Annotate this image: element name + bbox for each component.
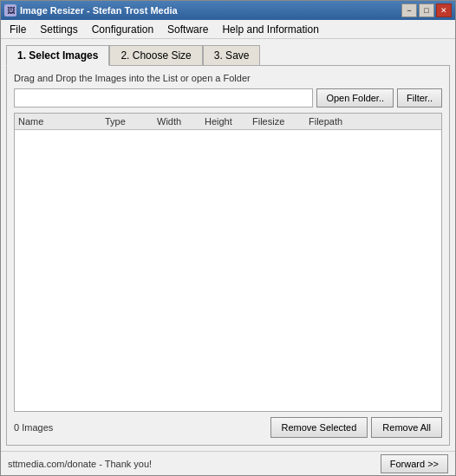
- bottom-bar: 0 Images Remove Selected Remove All: [14, 417, 442, 438]
- status-text: sttmedia.com/donate - Thank you!: [8, 459, 152, 469]
- col-header-height: Height: [205, 116, 252, 127]
- open-folder-button[interactable]: Open Folder..: [316, 88, 394, 108]
- title-bar: 🖼 Image Resizer - Stefan Trost Media − □…: [1, 1, 455, 20]
- status-bar: sttmedia.com/donate - Thank you! Forward…: [1, 451, 455, 475]
- forward-button[interactable]: Forward >>: [381, 454, 448, 473]
- menu-file[interactable]: File: [3, 21, 33, 38]
- window-title: Image Resizer - Stefan Trost Media: [20, 5, 178, 16]
- tab-save[interactable]: 3. Save: [203, 45, 261, 66]
- tab-panel: Drag and Drop the Images into the List o…: [6, 65, 450, 446]
- col-header-filepath: Filepath: [309, 116, 438, 127]
- tab-choose-size[interactable]: 2. Choose Size: [109, 45, 202, 66]
- minimize-button[interactable]: −: [401, 3, 417, 17]
- title-bar-left: 🖼 Image Resizer - Stefan Trost Media: [4, 4, 178, 16]
- search-input[interactable]: [14, 88, 313, 108]
- file-list-header: Name Type Width Height Filesize Filepath: [15, 114, 441, 130]
- tab-select-images[interactable]: 1. Select Images: [6, 45, 109, 66]
- file-list: Name Type Width Height Filesize Filepath: [14, 113, 442, 412]
- app-icon: 🖼: [4, 4, 16, 16]
- select-images-panel: Drag and Drop the Images into the List o…: [6, 65, 450, 446]
- restore-button[interactable]: □: [419, 3, 434, 17]
- col-header-type: Type: [105, 116, 157, 127]
- filter-button[interactable]: Filter..: [397, 88, 442, 108]
- main-window: 🖼 Image Resizer - Stefan Trost Media − □…: [0, 0, 456, 476]
- col-header-name: Name: [18, 116, 105, 127]
- close-button[interactable]: ✕: [436, 3, 452, 17]
- window-controls: − □ ✕: [401, 3, 452, 17]
- col-header-width: Width: [157, 116, 205, 127]
- menu-help[interactable]: Help and Information: [215, 21, 325, 38]
- menu-bar: File Settings Configuration Software Hel…: [1, 20, 455, 39]
- menu-software[interactable]: Software: [160, 21, 215, 38]
- remove-all-button[interactable]: Remove All: [371, 417, 442, 438]
- tab-bar: 1. Select Images 2. Choose Size 3. Save: [6, 44, 450, 65]
- file-list-body: [15, 130, 441, 411]
- instruction-text: Drag and Drop the Images into the List o…: [14, 73, 442, 83]
- remove-selected-button[interactable]: Remove Selected: [270, 417, 368, 438]
- col-header-filesize: Filesize: [252, 116, 309, 127]
- menu-settings[interactable]: Settings: [33, 21, 84, 38]
- search-row: Open Folder.. Filter..: [14, 88, 442, 108]
- menu-configuration[interactable]: Configuration: [85, 21, 160, 38]
- image-count: 0 Images: [14, 422, 267, 433]
- content-area: 1. Select Images 2. Choose Size 3. Save …: [1, 39, 455, 451]
